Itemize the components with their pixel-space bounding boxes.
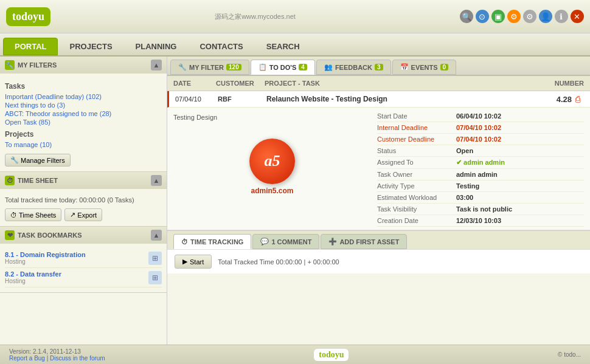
settings-icon[interactable]: ⚙ <box>507 10 521 23</box>
nav-tab-portal[interactable]: PORTAL <box>3 38 58 55</box>
manage-filters-icon: 🔧 <box>10 156 19 164</box>
bookmark-sub-1: Hosting <box>5 278 61 284</box>
tab-add-asset[interactable]: ➕ ADD FIRST ASSET <box>321 234 407 249</box>
assigned-to-label: Assigned To <box>377 159 456 167</box>
sidebar-timesheet-header[interactable]: ⏱ TIME SHEET ▲ <box>0 172 167 189</box>
sidebar-item-open[interactable]: Open Task (85) <box>5 118 162 126</box>
start-button[interactable]: ▶ Start <box>175 255 212 269</box>
total-tracked-label: Total tracked time today: 00:00:00 (0 Ta… <box>5 194 162 208</box>
config-icon[interactable]: ⚙ <box>523 10 536 23</box>
footer-logo-text: todoyu <box>319 350 344 360</box>
task-list-header: DATE CUSTOMER PROJECT - TASK NUMBER <box>167 76 590 91</box>
detail-status: Status Open <box>377 145 584 157</box>
todos-icon: 📋 <box>259 63 267 71</box>
nav-tab-contacts[interactable]: CONTACTS <box>188 38 254 55</box>
bookmark-info-0[interactable]: 8.1 - Domain Registration Hosting <box>5 251 86 265</box>
tasks-category-label: Tasks <box>5 82 162 91</box>
filters-collapse-btn[interactable]: ▲ <box>151 60 162 70</box>
time-sheets-button[interactable]: ⏱ Time Sheets <box>5 208 61 221</box>
bookmarks-content: 8.1 - Domain Registration Hosting ⊞ 8.2 … <box>0 244 167 292</box>
sidebar-item-abct[interactable]: ABCT: Theodor assigned to me (28) <box>5 109 162 118</box>
bookmarks-title: TASK BOOKMARKS <box>18 232 82 239</box>
col-number-header: NUMBER <box>535 80 584 87</box>
sidebar-item-next[interactable]: Next things to do (3) <box>5 101 162 109</box>
clock-icon[interactable]: ⊙ <box>476 10 489 23</box>
task-row[interactable]: 07/04/10 RBF Relaunch Website - Testing … <box>167 91 590 108</box>
task-owner-value: admin admin <box>456 171 498 178</box>
detail-estimated-workload: Estimated Workload 03:00 <box>377 192 584 204</box>
task-visibility-value: Task is not public <box>456 205 512 213</box>
detail-customer-deadline: Customer Deadline 07/04/10 10:02 <box>377 134 584 145</box>
user-icon[interactable]: 👤 <box>539 10 552 23</box>
tab-todos[interactable]: 📋 TO DO'S 4 <box>251 60 315 75</box>
sidebar-item-important[interactable]: Important (Deadline today) (102) <box>5 92 162 101</box>
add-asset-label: ADD FIRST ASSET <box>339 238 399 246</box>
a5-domain: admin5.com <box>251 187 293 195</box>
estimated-workload-value: 03:00 <box>456 194 473 201</box>
time-sheets-icon: ⏱ <box>10 211 17 219</box>
filters-title: MY FILTERS <box>18 61 57 69</box>
sidebar-filters-header[interactable]: 🔧 MY FILTERS ▲ <box>0 57 167 74</box>
version-text: Version: 2.1.4, 2011-12-13 <box>9 348 81 355</box>
detail-activity-type: Activity Type Testing <box>377 180 584 192</box>
tab-my-filter[interactable]: 🔧 MY FILTER 120 <box>170 60 249 75</box>
activity-type-value: Testing <box>456 182 479 190</box>
sidebar-item-manage[interactable]: To manage (10) <box>5 140 162 149</box>
task-detail-inner: Testing Design a5 admin5.com Start Date <box>167 108 590 230</box>
main-layout: 🔧 MY FILTERS ▲ Tasks Important (Deadline… <box>0 57 590 345</box>
col-project-header: PROJECT - TASK <box>265 80 535 87</box>
content-tabs: 🔧 MY FILTER 120 📋 TO DO'S 4 👥 FEEDBACK 3… <box>167 57 590 76</box>
footer-center: todoyu <box>314 349 349 361</box>
timesheet-collapse-btn[interactable]: ▲ <box>151 175 162 186</box>
tab-events[interactable]: 📅 EVENTS 0 <box>392 60 457 75</box>
detail-start-date: Start Date 06/04/10 10:02 <box>377 111 584 122</box>
feedback-icon: 👥 <box>324 63 333 71</box>
task-owner-label: Task Owner <box>377 171 456 178</box>
col-customer-header: CUSTOMER <box>216 80 265 87</box>
customer-deadline-value: 07/04/10 10:02 <box>456 136 501 143</box>
task-number: 4.28 <box>535 95 572 104</box>
source-badge: 源码之家www.mycodes.net <box>215 12 296 21</box>
bookmarks-collapse-btn[interactable]: ▲ <box>151 230 162 241</box>
pdf-icon[interactable]: ⎙ <box>572 94 584 104</box>
sidebar-bookmarks-header[interactable]: ❤ TASK BOOKMARKS ▲ <box>0 227 167 244</box>
timesheet-icon: ⏱ <box>5 176 15 185</box>
tab-time-tracking[interactable]: ⏱ TIME TRACKING <box>173 234 251 249</box>
internal-deadline-value: 07/04/10 10:02 <box>456 124 501 131</box>
nav-tab-planning[interactable]: PLANNING <box>124 38 189 55</box>
detail-internal-deadline: Internal Deadline 07/04/10 10:02 <box>377 122 584 134</box>
discuss-link[interactable]: Discuss in the forum <box>50 355 105 362</box>
watermark-container: a5 admin5.com <box>249 139 295 195</box>
tab-feedback[interactable]: 👥 FEEDBACK 3 <box>316 60 391 75</box>
manage-filters-button[interactable]: 🔧 Manage Filters <box>5 154 71 167</box>
report-bug-link[interactable]: Report a Bug <box>9 355 45 362</box>
main-content: 🔧 MY FILTER 120 📋 TO DO'S 4 👥 FEEDBACK 3… <box>167 57 590 345</box>
nav-tab-projects[interactable]: PROJECTS <box>58 38 123 55</box>
export-label: Export <box>77 211 97 219</box>
info-icon[interactable]: ℹ <box>555 10 568 23</box>
search-icon[interactable]: 🔍 <box>460 10 473 23</box>
task-sub-label: Testing Design <box>173 111 371 124</box>
add-asset-icon: ➕ <box>328 238 337 246</box>
bookmark-action-1[interactable]: ⊞ <box>148 271 162 284</box>
bookmarks-icon: ❤ <box>5 230 15 240</box>
header-icons: 🔍 ⊙ ▣ ⚙ ⚙ 👤 ℹ ✕ <box>460 10 584 23</box>
logo: todoyu <box>6 7 50 26</box>
bookmark-action-0[interactable]: ⊞ <box>148 252 162 265</box>
feedback-label: FEEDBACK <box>335 64 372 71</box>
projects-category-label: Projects <box>5 130 162 139</box>
feedback-badge: 3 <box>375 64 383 70</box>
logout-icon[interactable]: ✕ <box>571 10 584 23</box>
export-button[interactable]: ↗ Export <box>64 208 102 221</box>
timesheet-content: Total tracked time today: 00:00:00 (0 Ta… <box>0 189 167 226</box>
bottom-tabs: ⏱ TIME TRACKING 💬 1 COMMENT ➕ ADD FIRST … <box>167 230 590 249</box>
footer-logo: todoyu <box>314 349 349 361</box>
manage-filters-label: Manage Filters <box>21 157 65 164</box>
nav-tab-search[interactable]: SEARCH <box>255 38 311 55</box>
tab-comment[interactable]: 💬 1 COMMENT <box>252 234 319 249</box>
todos-label: TO DO'S <box>269 64 297 71</box>
detail-task-owner: Task Owner admin admin <box>377 169 584 180</box>
status-label: Status <box>377 147 456 154</box>
chart-icon[interactable]: ▣ <box>491 10 505 23</box>
bookmark-info-1[interactable]: 8.2 - Data transfer Hosting <box>5 270 61 284</box>
